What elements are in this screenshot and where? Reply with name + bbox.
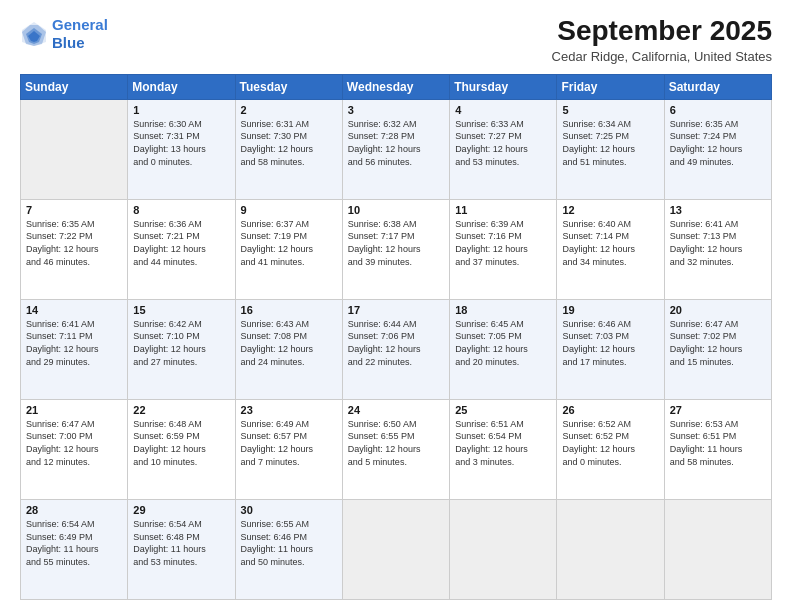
day-number: 28: [26, 504, 122, 516]
logo: General Blue: [20, 16, 108, 52]
day-number: 1: [133, 104, 229, 116]
col-thursday: Thursday: [450, 74, 557, 99]
header: General Blue September 2025 Cedar Ridge,…: [20, 16, 772, 64]
day-number: 4: [455, 104, 551, 116]
cell-content: Sunrise: 6:31 AM Sunset: 7:30 PM Dayligh…: [241, 118, 337, 168]
day-number: 14: [26, 304, 122, 316]
cell-content: Sunrise: 6:30 AM Sunset: 7:31 PM Dayligh…: [133, 118, 229, 168]
cell-content: Sunrise: 6:35 AM Sunset: 7:24 PM Dayligh…: [670, 118, 766, 168]
day-number: 27: [670, 404, 766, 416]
main-title: September 2025: [552, 16, 772, 47]
cell-content: Sunrise: 6:52 AM Sunset: 6:52 PM Dayligh…: [562, 418, 658, 468]
day-number: 23: [241, 404, 337, 416]
day-number: 17: [348, 304, 444, 316]
cell-content: Sunrise: 6:48 AM Sunset: 6:59 PM Dayligh…: [133, 418, 229, 468]
cell-content: Sunrise: 6:53 AM Sunset: 6:51 PM Dayligh…: [670, 418, 766, 468]
calendar-cell: 28Sunrise: 6:54 AM Sunset: 6:49 PM Dayli…: [21, 499, 128, 599]
day-number: 8: [133, 204, 229, 216]
calendar-table: Sunday Monday Tuesday Wednesday Thursday…: [20, 74, 772, 600]
col-sunday: Sunday: [21, 74, 128, 99]
day-number: 5: [562, 104, 658, 116]
cell-content: Sunrise: 6:33 AM Sunset: 7:27 PM Dayligh…: [455, 118, 551, 168]
calendar-cell: 7Sunrise: 6:35 AM Sunset: 7:22 PM Daylig…: [21, 199, 128, 299]
page: General Blue September 2025 Cedar Ridge,…: [0, 0, 792, 612]
logo-icon: [20, 20, 48, 48]
day-number: 7: [26, 204, 122, 216]
cell-content: Sunrise: 6:38 AM Sunset: 7:17 PM Dayligh…: [348, 218, 444, 268]
cell-content: Sunrise: 6:42 AM Sunset: 7:10 PM Dayligh…: [133, 318, 229, 368]
calendar-week-row: 7Sunrise: 6:35 AM Sunset: 7:22 PM Daylig…: [21, 199, 772, 299]
calendar-cell: 19Sunrise: 6:46 AM Sunset: 7:03 PM Dayli…: [557, 299, 664, 399]
day-number: 3: [348, 104, 444, 116]
cell-content: Sunrise: 6:50 AM Sunset: 6:55 PM Dayligh…: [348, 418, 444, 468]
calendar-cell: 10Sunrise: 6:38 AM Sunset: 7:17 PM Dayli…: [342, 199, 449, 299]
calendar-cell: 26Sunrise: 6:52 AM Sunset: 6:52 PM Dayli…: [557, 399, 664, 499]
subtitle: Cedar Ridge, California, United States: [552, 49, 772, 64]
calendar-cell: 11Sunrise: 6:39 AM Sunset: 7:16 PM Dayli…: [450, 199, 557, 299]
day-number: 30: [241, 504, 337, 516]
logo-line1: General: [52, 16, 108, 33]
calendar-header-row: Sunday Monday Tuesday Wednesday Thursday…: [21, 74, 772, 99]
calendar-cell: 5Sunrise: 6:34 AM Sunset: 7:25 PM Daylig…: [557, 99, 664, 199]
cell-content: Sunrise: 6:41 AM Sunset: 7:11 PM Dayligh…: [26, 318, 122, 368]
calendar-cell: 13Sunrise: 6:41 AM Sunset: 7:13 PM Dayli…: [664, 199, 771, 299]
cell-content: Sunrise: 6:32 AM Sunset: 7:28 PM Dayligh…: [348, 118, 444, 168]
day-number: 26: [562, 404, 658, 416]
cell-content: Sunrise: 6:55 AM Sunset: 6:46 PM Dayligh…: [241, 518, 337, 568]
day-number: 25: [455, 404, 551, 416]
day-number: 15: [133, 304, 229, 316]
cell-content: Sunrise: 6:49 AM Sunset: 6:57 PM Dayligh…: [241, 418, 337, 468]
day-number: 22: [133, 404, 229, 416]
calendar-cell: [21, 99, 128, 199]
calendar-cell: [342, 499, 449, 599]
cell-content: Sunrise: 6:47 AM Sunset: 7:00 PM Dayligh…: [26, 418, 122, 468]
cell-content: Sunrise: 6:39 AM Sunset: 7:16 PM Dayligh…: [455, 218, 551, 268]
cell-content: Sunrise: 6:35 AM Sunset: 7:22 PM Dayligh…: [26, 218, 122, 268]
cell-content: Sunrise: 6:36 AM Sunset: 7:21 PM Dayligh…: [133, 218, 229, 268]
calendar-cell: 16Sunrise: 6:43 AM Sunset: 7:08 PM Dayli…: [235, 299, 342, 399]
calendar-cell: 4Sunrise: 6:33 AM Sunset: 7:27 PM Daylig…: [450, 99, 557, 199]
calendar-cell: 21Sunrise: 6:47 AM Sunset: 7:00 PM Dayli…: [21, 399, 128, 499]
calendar-cell: 20Sunrise: 6:47 AM Sunset: 7:02 PM Dayli…: [664, 299, 771, 399]
calendar-cell: 25Sunrise: 6:51 AM Sunset: 6:54 PM Dayli…: [450, 399, 557, 499]
day-number: 12: [562, 204, 658, 216]
calendar-cell: 14Sunrise: 6:41 AM Sunset: 7:11 PM Dayli…: [21, 299, 128, 399]
calendar-week-row: 14Sunrise: 6:41 AM Sunset: 7:11 PM Dayli…: [21, 299, 772, 399]
calendar-cell: 1Sunrise: 6:30 AM Sunset: 7:31 PM Daylig…: [128, 99, 235, 199]
cell-content: Sunrise: 6:54 AM Sunset: 6:49 PM Dayligh…: [26, 518, 122, 568]
cell-content: Sunrise: 6:37 AM Sunset: 7:19 PM Dayligh…: [241, 218, 337, 268]
calendar-cell: 3Sunrise: 6:32 AM Sunset: 7:28 PM Daylig…: [342, 99, 449, 199]
calendar-cell: 9Sunrise: 6:37 AM Sunset: 7:19 PM Daylig…: [235, 199, 342, 299]
logo-text: General Blue: [52, 16, 108, 52]
calendar-cell: [557, 499, 664, 599]
calendar-week-row: 1Sunrise: 6:30 AM Sunset: 7:31 PM Daylig…: [21, 99, 772, 199]
calendar-cell: 12Sunrise: 6:40 AM Sunset: 7:14 PM Dayli…: [557, 199, 664, 299]
col-tuesday: Tuesday: [235, 74, 342, 99]
calendar-week-row: 28Sunrise: 6:54 AM Sunset: 6:49 PM Dayli…: [21, 499, 772, 599]
day-number: 19: [562, 304, 658, 316]
col-saturday: Saturday: [664, 74, 771, 99]
calendar-week-row: 21Sunrise: 6:47 AM Sunset: 7:00 PM Dayli…: [21, 399, 772, 499]
calendar-cell: 2Sunrise: 6:31 AM Sunset: 7:30 PM Daylig…: [235, 99, 342, 199]
day-number: 2: [241, 104, 337, 116]
title-block: September 2025 Cedar Ridge, California, …: [552, 16, 772, 64]
cell-content: Sunrise: 6:51 AM Sunset: 6:54 PM Dayligh…: [455, 418, 551, 468]
cell-content: Sunrise: 6:41 AM Sunset: 7:13 PM Dayligh…: [670, 218, 766, 268]
col-friday: Friday: [557, 74, 664, 99]
calendar-cell: 29Sunrise: 6:54 AM Sunset: 6:48 PM Dayli…: [128, 499, 235, 599]
cell-content: Sunrise: 6:40 AM Sunset: 7:14 PM Dayligh…: [562, 218, 658, 268]
calendar-cell: 30Sunrise: 6:55 AM Sunset: 6:46 PM Dayli…: [235, 499, 342, 599]
col-wednesday: Wednesday: [342, 74, 449, 99]
calendar-cell: 27Sunrise: 6:53 AM Sunset: 6:51 PM Dayli…: [664, 399, 771, 499]
day-number: 10: [348, 204, 444, 216]
calendar-cell: 18Sunrise: 6:45 AM Sunset: 7:05 PM Dayli…: [450, 299, 557, 399]
cell-content: Sunrise: 6:45 AM Sunset: 7:05 PM Dayligh…: [455, 318, 551, 368]
day-number: 13: [670, 204, 766, 216]
day-number: 11: [455, 204, 551, 216]
calendar-cell: 8Sunrise: 6:36 AM Sunset: 7:21 PM Daylig…: [128, 199, 235, 299]
cell-content: Sunrise: 6:43 AM Sunset: 7:08 PM Dayligh…: [241, 318, 337, 368]
day-number: 6: [670, 104, 766, 116]
day-number: 18: [455, 304, 551, 316]
col-monday: Monday: [128, 74, 235, 99]
day-number: 21: [26, 404, 122, 416]
